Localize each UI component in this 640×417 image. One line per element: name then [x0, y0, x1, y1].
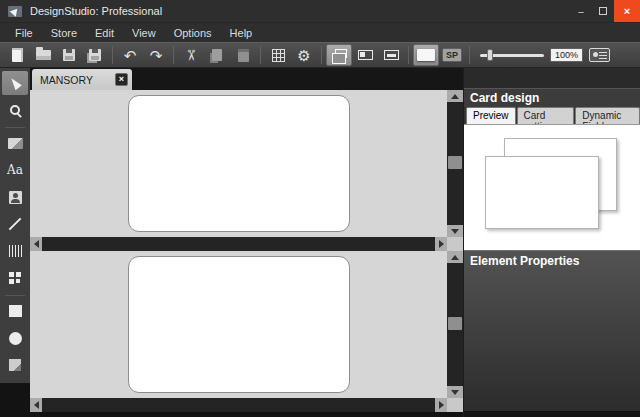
minimize-button[interactable]: – [570, 2, 592, 20]
element-properties-panel: Element Properties [464, 250, 640, 411]
card-design-tabs: Preview Card settings Dynamic Fields [464, 107, 640, 124]
settings-button[interactable]: ⚙ [291, 44, 317, 66]
menu-bar: File Store Edit View Options Help [0, 22, 640, 42]
card-front-surface[interactable] [128, 95, 350, 232]
magnifier-icon [10, 105, 20, 115]
open-button[interactable] [30, 44, 56, 66]
document-tab-label: MANSORY [40, 74, 115, 86]
arrow-down-icon [451, 390, 459, 395]
image-tool[interactable] [2, 131, 28, 155]
zoom-level-value[interactable]: 100% [550, 48, 583, 62]
toolbar-separator [321, 46, 322, 64]
redo-button[interactable]: ↷ [143, 44, 169, 66]
zoom-slider[interactable] [480, 48, 544, 62]
scroll-track[interactable] [447, 263, 463, 386]
menu-store[interactable]: Store [42, 25, 86, 41]
selection-tool[interactable] [2, 71, 28, 95]
new-document-button[interactable] [4, 44, 30, 66]
arrow-up-icon [451, 94, 459, 99]
scroll-right-button[interactable] [435, 237, 447, 251]
card-front-canvas[interactable] [30, 90, 447, 237]
line-tool[interactable] [2, 212, 28, 236]
document-tab-mansory[interactable]: MANSORY × [32, 69, 132, 90]
id-card-print-icon[interactable] [589, 48, 610, 62]
ellipse-tool[interactable] [2, 326, 28, 350]
scroll-thumb[interactable] [448, 317, 462, 330]
paste-button[interactable] [230, 44, 256, 66]
vertical-scrollbar[interactable] [447, 251, 463, 398]
scroll-track[interactable] [42, 398, 435, 412]
scroll-down-button[interactable] [447, 225, 463, 237]
rectangle-tool[interactable] [2, 299, 28, 323]
sp-button[interactable]: SP [439, 44, 465, 66]
single-card-view-button[interactable] [413, 44, 439, 66]
redo-icon: ↷ [150, 48, 163, 63]
horizontal-scrollbar[interactable] [30, 237, 463, 251]
zoom-slider-handle[interactable] [487, 49, 493, 61]
shape-tool[interactable] [2, 353, 28, 377]
menu-view[interactable]: View [123, 25, 165, 41]
single-card-icon [417, 49, 435, 61]
undo-button[interactable]: ↶ [117, 44, 143, 66]
cut-button[interactable]: ✂ [178, 44, 204, 66]
tab-card-settings[interactable]: Card settings [517, 107, 575, 124]
save-icon [63, 49, 75, 61]
cursor-icon [8, 76, 22, 90]
design-area: MANSORY × [30, 68, 463, 417]
panel-top-strip [464, 68, 640, 88]
scroll-track[interactable] [42, 237, 435, 251]
app-logo-icon [8, 6, 22, 17]
tab-preview[interactable]: Preview [466, 107, 516, 124]
scroll-thumb[interactable] [448, 156, 462, 169]
photo-tool[interactable] [2, 185, 28, 209]
maximize-button[interactable] [592, 2, 614, 20]
vertical-scrollbar[interactable] [447, 90, 463, 237]
tab-close-button[interactable]: × [115, 73, 128, 86]
horizontal-scrollbar[interactable] [30, 398, 463, 412]
scroll-up-button[interactable] [447, 251, 463, 263]
scrollbar-corner [447, 237, 463, 251]
card-detail-view-button[interactable] [352, 44, 378, 66]
save-button[interactable] [56, 44, 82, 66]
scroll-down-button[interactable] [447, 386, 463, 398]
scroll-up-button[interactable] [447, 90, 463, 102]
menu-help[interactable]: Help [221, 25, 262, 41]
arrow-left-icon [34, 240, 39, 248]
zoom-tool[interactable] [2, 98, 28, 122]
barcode-icon [9, 245, 22, 257]
close-button[interactable]: × [614, 0, 640, 22]
card-back-canvas[interactable] [30, 251, 447, 398]
arrow-right-icon [439, 401, 444, 409]
scroll-left-button[interactable] [30, 398, 42, 412]
menu-options[interactable]: Options [165, 25, 221, 41]
scroll-left-button[interactable] [30, 237, 42, 251]
menu-edit[interactable]: Edit [86, 25, 123, 41]
scroll-right-button[interactable] [435, 398, 447, 412]
image-icon [8, 138, 23, 149]
grid-button[interactable] [265, 44, 291, 66]
text-tool[interactable]: Aa [2, 158, 28, 182]
maximize-icon [599, 7, 607, 15]
save-all-button[interactable] [82, 44, 108, 66]
card-strip-view-button[interactable] [378, 44, 404, 66]
card-design-title: Card design [464, 88, 640, 107]
arrow-left-icon [34, 401, 39, 409]
card-preview-area [464, 124, 640, 250]
scrollbar-corner [447, 398, 463, 412]
copy-button[interactable] [204, 44, 230, 66]
ellipse-icon [9, 332, 22, 345]
card-back-surface[interactable] [128, 256, 350, 393]
new-document-icon [12, 48, 23, 62]
arrow-up-icon [451, 255, 459, 260]
line-icon [9, 218, 22, 231]
shape-icon [9, 359, 21, 371]
barcode-tool[interactable] [2, 239, 28, 263]
tab-dynamic-fields[interactable]: Dynamic Fields [575, 107, 640, 124]
qr-code-tool[interactable] [2, 266, 28, 290]
toolbar-separator [469, 46, 470, 64]
overlap-cards-view-button[interactable] [326, 44, 352, 66]
undo-icon: ↶ [124, 48, 137, 63]
bottom-edge-strip [30, 412, 463, 417]
scroll-track[interactable] [447, 102, 463, 225]
menu-file[interactable]: File [6, 25, 42, 41]
